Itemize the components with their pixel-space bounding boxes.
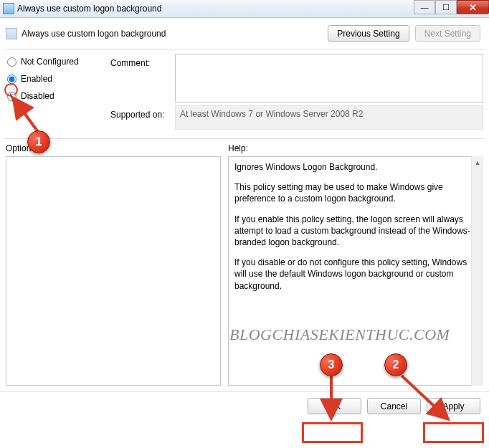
help-label: Help: bbox=[228, 143, 483, 153]
annotation-highlight-apply bbox=[423, 422, 484, 443]
window-minimize-button[interactable]: — bbox=[414, 0, 435, 14]
window-icon bbox=[3, 3, 14, 14]
window-maximize-button[interactable]: ☐ bbox=[435, 0, 457, 14]
radio-enabled-input[interactable] bbox=[7, 75, 16, 84]
cancel-button[interactable]: Cancel bbox=[367, 398, 421, 414]
radio-not-configured[interactable]: Not Configured bbox=[6, 57, 106, 67]
radio-enabled[interactable]: Enabled bbox=[6, 74, 106, 84]
help-paragraph: If you enable this policy setting, the l… bbox=[234, 214, 477, 249]
annotation-highlight-ok bbox=[302, 422, 363, 443]
window-title: Always use custom logon background bbox=[17, 4, 414, 14]
apply-button[interactable]: Apply bbox=[427, 398, 480, 414]
radio-not-configured-input[interactable] bbox=[7, 57, 16, 67]
help-pane: Ignores Windows Logon Background. This p… bbox=[228, 156, 483, 386]
radio-not-configured-label: Not Configured bbox=[21, 57, 79, 67]
policy-icon bbox=[6, 28, 17, 39]
policy-name: Always use custom logon background bbox=[22, 29, 322, 39]
state-radio-group: Not Configured Enabled Disabled bbox=[6, 54, 106, 133]
radio-disabled-input[interactable] bbox=[7, 92, 16, 101]
radio-disabled-label: Disabled bbox=[21, 91, 54, 101]
help-paragraph: If you disable or do not configure this … bbox=[234, 257, 477, 292]
help-paragraph: Ignores Windows Logon Background. bbox=[234, 161, 477, 173]
options-label: Options: bbox=[6, 143, 228, 153]
supported-on-label: Supported on: bbox=[110, 105, 175, 130]
help-scrollbar[interactable]: ▲ bbox=[471, 156, 483, 386]
help-paragraph: This policy setting may be used to make … bbox=[234, 181, 477, 204]
radio-enabled-label: Enabled bbox=[21, 74, 52, 84]
options-pane bbox=[6, 156, 221, 386]
comment-label: Comment: bbox=[110, 54, 175, 103]
previous-setting-button[interactable]: Previous Setting bbox=[328, 25, 409, 42]
scrollbar-up-arrow-icon[interactable]: ▲ bbox=[472, 156, 483, 168]
comment-textarea[interactable] bbox=[175, 54, 483, 103]
radio-disabled[interactable]: Disabled bbox=[6, 91, 106, 101]
supported-on-text: At least Windows 7 or Windows Server 200… bbox=[175, 105, 483, 130]
ok-button[interactable]: OK bbox=[308, 398, 361, 414]
window-titlebar: Always use custom logon background — ☐ ✕ bbox=[0, 0, 489, 18]
window-close-button[interactable]: ✕ bbox=[457, 0, 489, 14]
next-setting-button[interactable]: Next Setting bbox=[415, 25, 480, 42]
